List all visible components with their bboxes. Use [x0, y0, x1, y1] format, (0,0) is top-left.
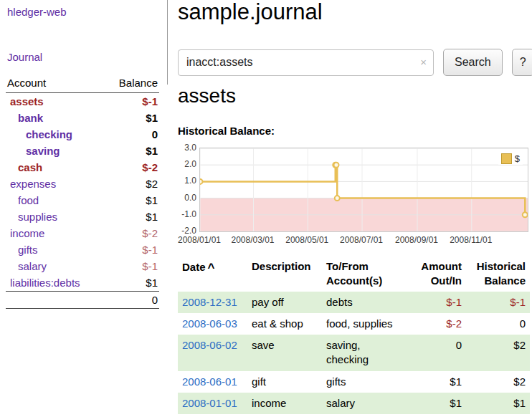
- register-row: 2008-12-31pay offdebts$-1$-1: [178, 292, 530, 313]
- account-row: liabilities:debts$1: [6, 274, 159, 291]
- date-cell: 2008-06-02: [178, 335, 247, 371]
- sidebar-account-link[interactable]: bank: [7, 112, 43, 124]
- sidebar-account-link[interactable]: salary: [7, 260, 47, 272]
- balance-cell: 0: [466, 313, 530, 335]
- x-axis-tick-label: 2008/11/01: [450, 235, 492, 245]
- chart-title: Historical Balance:: [178, 125, 275, 137]
- sidebar-account-link[interactable]: expenses: [7, 178, 56, 190]
- account-balance: $-2: [142, 227, 158, 239]
- account-row: gifts$-1: [6, 241, 159, 258]
- help-button[interactable]: ?: [512, 49, 532, 76]
- date-link[interactable]: 2008-06-03: [182, 317, 237, 330]
- sidebar-account-link[interactable]: gifts: [7, 244, 38, 256]
- description-cell: gift: [247, 371, 322, 393]
- x-axis-tick-label: 2008/05/01: [285, 235, 328, 245]
- account-row: saving$1: [6, 143, 159, 159]
- y-axis-tick-label: 3.0: [178, 143, 196, 153]
- sort-ascending-icon: ^: [208, 261, 215, 274]
- total-balance: 0: [152, 294, 158, 306]
- date-cell: 2008-01-01: [178, 393, 247, 414]
- balance-cell: $-1: [466, 292, 530, 313]
- date-cell: 2008-06-03: [178, 313, 247, 335]
- y-axis-tick-label: -2.0: [178, 226, 196, 236]
- search-input[interactable]: [178, 49, 434, 76]
- register-row: 2008-06-02savesaving, checking0$2: [178, 335, 530, 371]
- account-row: assets$-1: [6, 93, 159, 110]
- y-axis-tick-label: -1.0: [178, 209, 196, 219]
- balance-chart: 3.02.01.00.0-1.0-2.0 $ 2008/01/012008/03…: [178, 143, 530, 247]
- description-cell: income: [247, 393, 322, 414]
- register-rows: 2008-12-31pay offdebts$-1$-12008-06-03ea…: [178, 292, 530, 415]
- account-balance: $-1: [142, 260, 158, 272]
- date-link[interactable]: 2008-06-01: [182, 375, 237, 388]
- accounts-panel: Account Balance assets$-1bank$1checking0…: [6, 75, 159, 309]
- amount-cell: 0: [412, 335, 466, 371]
- x-axis-tick-label: 2008/01/01: [178, 235, 221, 245]
- tofrom-cell: debts: [322, 292, 412, 313]
- column-header-description: Description: [247, 257, 322, 292]
- sidebar-account-link[interactable]: assets: [7, 95, 44, 107]
- register-row: 2008-06-03eat & shopfood, supplies$-20: [178, 313, 530, 335]
- x-axis: 2008/01/012008/03/012008/05/012008/07/01…: [199, 235, 527, 246]
- column-header-amount: Amount Out/In: [412, 257, 466, 292]
- amount-cell: $-1: [412, 292, 466, 313]
- search-button[interactable]: Search: [443, 49, 503, 76]
- date-link[interactable]: 2008-12-31: [182, 296, 237, 308]
- hledger-web-app: hledger-web Journal Account Balance asse…: [0, 0, 532, 417]
- balance-cell: $2: [466, 371, 530, 393]
- account-row: bank$1: [6, 110, 159, 126]
- y-axis: 3.02.01.00.0-1.0-2.0: [178, 148, 196, 231]
- description-cell: pay off: [247, 292, 322, 313]
- column-header-tofrom: To/From Account(s): [322, 257, 412, 292]
- sidebar-account-link[interactable]: income: [7, 227, 44, 239]
- accounts-list: assets$-1bank$1checking0saving$1cash$-2e…: [6, 93, 159, 291]
- account-row: cash$-2: [6, 159, 159, 176]
- app-title-link[interactable]: hledger-web: [7, 6, 67, 18]
- sidebar-account-link[interactable]: supplies: [7, 211, 57, 223]
- account-row: checking0: [6, 126, 159, 143]
- account-balance: $-2: [142, 161, 158, 173]
- date-link[interactable]: 2008-06-02: [182, 339, 237, 351]
- sidebar-item-journal[interactable]: Journal: [7, 51, 42, 63]
- column-header-date[interactable]: Date^: [178, 257, 247, 292]
- main-content: sample.journal × Search ? assets Histori…: [178, 0, 530, 417]
- tofrom-cell: food, supplies: [322, 313, 412, 335]
- amount-cell: $1: [412, 393, 466, 414]
- accounts-header-row: Account Balance: [6, 75, 159, 93]
- clear-search-icon[interactable]: ×: [420, 56, 427, 68]
- register-row: 2008-01-01incomesalary$1$1: [178, 393, 530, 414]
- search-box: ×: [178, 49, 434, 76]
- sidebar-account-link[interactable]: saving: [7, 145, 60, 157]
- y-axis-tick-label: 0.0: [178, 193, 196, 203]
- tofrom-cell: saving, checking: [322, 335, 412, 371]
- account-balance: 0: [152, 128, 158, 140]
- chart-plot-area: $: [199, 148, 528, 232]
- sidebar-account-link[interactable]: cash: [7, 161, 42, 173]
- sidebar-account-link[interactable]: liabilities:debts: [7, 277, 80, 289]
- x-axis-tick-label: 2008/07/01: [340, 235, 383, 245]
- account-row: income$-2: [6, 225, 159, 241]
- tofrom-cell: gifts: [322, 371, 412, 393]
- search-form: × Search ?: [178, 49, 532, 76]
- sidebar-account-link[interactable]: checking: [7, 128, 72, 140]
- register-header-row: Date^ Description To/From Account(s) Amo…: [178, 257, 530, 292]
- account-balance: $1: [146, 112, 158, 124]
- y-axis-tick-label: 1.0: [178, 176, 196, 186]
- account-heading: assets: [178, 85, 236, 107]
- sidebar: hledger-web Journal Account Balance asse…: [0, 0, 167, 417]
- tofrom-cell: salary: [322, 393, 412, 414]
- account-balance: $-1: [142, 95, 158, 107]
- account-balance: $1: [146, 277, 158, 289]
- accounts-total-row: 0: [6, 291, 159, 309]
- date-cell: 2008-12-31: [178, 292, 247, 313]
- account-balance: $1: [146, 194, 158, 206]
- account-row: expenses$2: [6, 176, 159, 192]
- date-link[interactable]: 2008-01-01: [182, 397, 237, 409]
- account-row: supplies$1: [6, 208, 159, 225]
- balance-cell: $1: [466, 393, 530, 414]
- date-cell: 2008-06-01: [178, 371, 247, 393]
- date-header-label: Date: [182, 261, 206, 273]
- account-balance: $1: [146, 145, 158, 157]
- account-row: salary$-1: [6, 258, 159, 274]
- sidebar-account-link[interactable]: food: [7, 194, 39, 206]
